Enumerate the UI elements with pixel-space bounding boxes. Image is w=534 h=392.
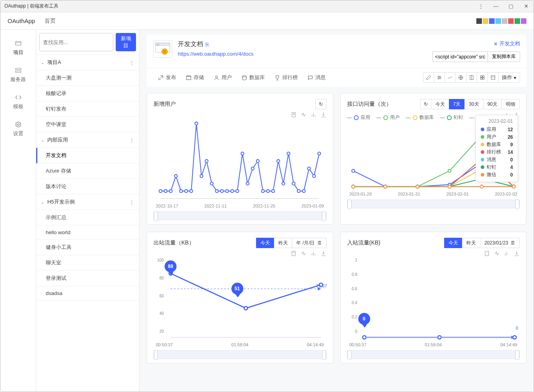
tab-publish[interactable]: 发布: [153, 72, 181, 83]
card-title: 出站流量（KB）: [153, 239, 194, 246]
doc-icon[interactable]: [484, 250, 490, 256]
tree-group[interactable]: ⌄内部应用⋮: [36, 132, 139, 148]
tree-item[interactable]: 健身小工具: [36, 240, 139, 255]
tree-group[interactable]: ⌄H5开发示例⋮: [36, 194, 139, 210]
tab-storage[interactable]: 存储: [181, 72, 209, 83]
operations-dropdown[interactable]: 操作▾: [498, 72, 520, 83]
more-icon[interactable]: ⋮: [129, 199, 134, 205]
nav-settings[interactable]: 设置: [0, 116, 36, 143]
close-icon[interactable]: ✕: [522, 3, 530, 9]
nav-servers[interactable]: 服务器: [0, 62, 36, 89]
svg-rect-25: [480, 78, 482, 80]
bar-icon[interactable]: [504, 250, 510, 256]
tree-item[interactable]: 开发文档: [36, 148, 139, 163]
range-slider[interactable]: [347, 200, 520, 208]
range-btn[interactable]: 明细: [501, 99, 520, 109]
tab-database[interactable]: 数据库: [237, 72, 270, 83]
date-picker[interactable]: 年 /月/日🗓: [292, 238, 326, 248]
pulse-icon[interactable]: [301, 250, 307, 256]
tab-users[interactable]: 用户: [209, 72, 237, 83]
bar-icon[interactable]: [311, 112, 317, 118]
tree-item[interactable]: 钉钉发布: [36, 101, 139, 117]
download-icon[interactable]: [514, 250, 520, 256]
range-slider[interactable]: [153, 350, 326, 359]
tab-messages[interactable]: 消息: [303, 72, 330, 83]
nav-projects[interactable]: 项目: [0, 35, 36, 62]
wrench-icon: ✕: [493, 41, 498, 47]
range-btn[interactable]: 90天: [483, 99, 502, 109]
data-label: 88: [165, 260, 177, 272]
range-slider[interactable]: [153, 212, 326, 220]
chart-icon[interactable]: [445, 72, 456, 83]
doc-icon[interactable]: [291, 250, 297, 256]
tree-item[interactable]: hello world: [36, 225, 139, 240]
grid-icon[interactable]: [477, 72, 488, 83]
tree-item[interactable]: 聊天室: [36, 255, 139, 271]
tree-item[interactable]: 大盘测一测: [36, 70, 139, 86]
script-input[interactable]: [432, 51, 488, 62]
page-icon[interactable]: [466, 72, 477, 83]
legend-item[interactable]: —钉钉: [440, 114, 463, 121]
window-buttons: ⋮ — ▢ ✕: [477, 3, 530, 9]
tree-item[interactable]: 示例汇总: [36, 210, 139, 225]
tree-item[interactable]: 登录测试: [36, 271, 139, 286]
bar-icon[interactable]: [311, 250, 317, 256]
filter-icon[interactable]: [434, 72, 445, 83]
tree-item[interactable]: 版本讨论: [36, 179, 139, 194]
svg-point-37: [164, 190, 167, 192]
legend-item[interactable]: —用户: [377, 114, 400, 121]
range-btn[interactable]: 7天: [449, 99, 465, 109]
layout-icon[interactable]: [487, 72, 499, 83]
globe-icon[interactable]: [455, 72, 466, 83]
new-users-chart[interactable]: [153, 119, 326, 203]
avg-label: 71.67: [316, 283, 327, 288]
in-traffic-chart[interactable]: 10.80.60.40.20 0 0: [347, 258, 520, 342]
range-yesterday[interactable]: 昨天: [274, 238, 292, 248]
more-icon[interactable]: ⋮: [129, 60, 134, 66]
refresh-icon[interactable]: ↻: [420, 99, 431, 109]
tab-ranking[interactable]: 排行榜: [270, 72, 303, 83]
maximize-icon[interactable]: ▢: [507, 3, 515, 9]
pulse-icon[interactable]: [301, 112, 307, 118]
range-btn[interactable]: 30天: [464, 99, 483, 109]
new-project-button[interactable]: 新项目: [116, 33, 136, 51]
tree-group[interactable]: ⌄项目A⋮: [36, 55, 139, 70]
svg-point-39: [175, 175, 177, 177]
range-slider[interactable]: [347, 350, 520, 359]
svg-point-60: [282, 182, 285, 185]
brand-label[interactable]: OAuthApp: [8, 17, 35, 24]
tree-item[interactable]: 空中课堂: [36, 117, 139, 132]
data-label: 51: [231, 283, 243, 295]
svg-point-44: [200, 175, 203, 177]
tree-item[interactable]: 核酸记录: [36, 86, 139, 101]
doc-icon[interactable]: [291, 112, 297, 118]
svg-point-51: [236, 190, 239, 192]
tree-item[interactable]: dsadsa: [36, 286, 139, 301]
out-traffic-chart[interactable]: 10080604020 88 51 71.67: [153, 258, 326, 342]
tree-item[interactable]: Azure 存储: [36, 163, 139, 179]
dev-doc-link[interactable]: ✕开发文档: [493, 40, 520, 47]
card-new-users: 新增用户 ↻ 2022-10-172022-11-112022-11-25202…: [147, 93, 333, 225]
home-link[interactable]: 首页: [45, 17, 56, 25]
bookmark-icon[interactable]: ⎘: [206, 41, 209, 48]
date-picker[interactable]: 2023/01/23🗓: [480, 238, 520, 248]
range-today[interactable]: 今天: [256, 238, 274, 248]
refresh-icon[interactable]: ↻: [315, 99, 326, 109]
more-icon[interactable]: ⋮: [129, 137, 134, 143]
pulse-icon[interactable]: [494, 250, 500, 256]
legend-item[interactable]: —应用: [347, 114, 370, 121]
more-icon[interactable]: ⋮: [477, 3, 484, 9]
search-input[interactable]: [39, 33, 113, 51]
nav-templates[interactable]: 模板: [0, 89, 36, 116]
download-icon[interactable]: [320, 250, 326, 256]
edit-icon[interactable]: [423, 72, 434, 83]
range-today[interactable]: 今天: [444, 238, 462, 248]
range-yesterday[interactable]: 昨天: [462, 238, 480, 248]
range-btn[interactable]: 今天: [431, 99, 449, 109]
page-url[interactable]: https://web.oauthapp.com/4/docs: [178, 51, 254, 57]
copy-script-button[interactable]: 复制脚本库: [488, 51, 520, 62]
group-name: 项目A: [47, 59, 61, 66]
legend-item[interactable]: —数据库: [406, 114, 434, 121]
download-icon[interactable]: [320, 112, 326, 118]
minimize-icon[interactable]: —: [492, 3, 499, 9]
